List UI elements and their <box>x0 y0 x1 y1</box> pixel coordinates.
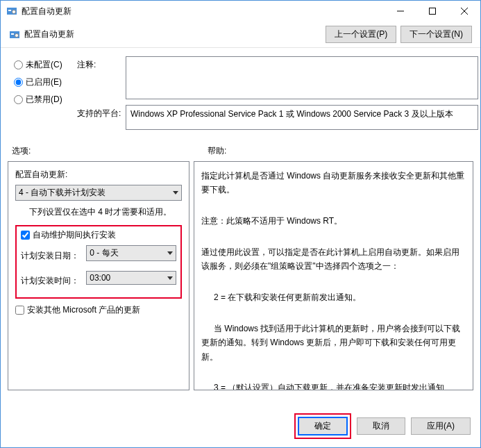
select-value: 0 - 每天 <box>90 247 118 259</box>
help-label: 帮助: <box>208 146 226 156</box>
help-text: 当 Windows 找到适用于此计算机的更新时，用户将会接到可以下载更新的通知。… <box>201 322 466 364</box>
svg-rect-4 <box>430 8 436 15</box>
chevron-down-icon <box>167 276 173 280</box>
help-text: 通过使用此设置，可以指定是否在此计算机上启用自动更新。如果启用该服务，则必须在"… <box>201 245 466 274</box>
window-title: 配置自动更新 <box>22 6 385 17</box>
checkbox-label: 自动维护期间执行安装 <box>33 229 116 241</box>
options-note: 下列设置仅在选中 4 时才需要和适用。 <box>29 206 182 218</box>
help-text: 2 = 在下载和安装任何更新前发出通知。 <box>201 290 466 304</box>
prev-setting-button[interactable]: 上一个设置(P) <box>326 26 396 43</box>
help-panel: 指定此计算机是否通过 Windows 自动更新服务来接收安全更新和其他重要下载。… <box>194 161 473 390</box>
other-ms-checkbox[interactable]: 安装其他 Microsoft 产品的更新 <box>15 304 182 316</box>
ok-button[interactable]: 确定 <box>298 417 348 435</box>
platform-label: 支持的平台: <box>77 108 121 118</box>
radio-disabled[interactable]: 已禁用(D) <box>12 94 77 106</box>
radio-enabled[interactable]: 已启用(E) <box>12 76 77 88</box>
radio-label: 未配置(C) <box>26 59 62 71</box>
cancel-button[interactable]: 取消 <box>357 417 405 435</box>
policy-title: 配置自动更新 <box>24 28 326 40</box>
help-text: 注意：此策略不适用于 Windows RT。 <box>201 214 466 228</box>
radio-label: 已禁用(D) <box>26 94 62 106</box>
svg-point-9 <box>15 33 19 37</box>
options-label: 选项: <box>12 146 31 156</box>
sched-time-select[interactable]: 03:00 <box>86 271 176 285</box>
chevron-down-icon <box>173 191 178 194</box>
select-value: 03:00 <box>90 273 110 283</box>
platform-text: Windows XP Professional Service Pack 1 或… <box>126 105 478 130</box>
checkbox-label: 安装其他 Microsoft 产品的更新 <box>27 304 140 316</box>
help-text: 指定此计算机是否通过 Windows 自动更新服务来接收安全更新和其他重要下载。 <box>201 169 466 197</box>
sched-time-label: 计划安装时间： <box>21 275 86 287</box>
svg-rect-1 <box>8 10 11 11</box>
svg-point-2 <box>12 10 16 14</box>
radio-label: 已启用(E) <box>26 76 62 88</box>
radio-not-configured[interactable]: 未配置(C) <box>12 59 77 71</box>
chevron-down-icon <box>167 251 173 255</box>
svg-rect-8 <box>11 33 14 35</box>
options-group-title: 配置自动更新: <box>15 169 182 181</box>
maintenance-install-checkbox[interactable]: 自动维护期间执行安装 <box>21 229 176 241</box>
ok-highlight: 确定 <box>294 413 351 439</box>
maximize-button[interactable] <box>416 1 448 22</box>
comment-textarea[interactable] <box>126 56 478 99</box>
update-mode-select[interactable]: 4 - 自动下载并计划安装 <box>15 185 182 201</box>
select-value: 4 - 自动下载并计划安装 <box>19 187 106 199</box>
sched-day-label: 计划安装日期： <box>21 250 86 262</box>
policy-icon <box>9 29 20 40</box>
sched-day-select[interactable]: 0 - 每天 <box>86 245 176 261</box>
help-text: 3 = （默认设置）自动下载更新，并在准备安装更新时发出通知 <box>201 381 466 390</box>
apply-button[interactable]: 应用(A) <box>411 417 471 435</box>
minimize-button[interactable] <box>385 1 416 22</box>
window-icon <box>6 6 17 17</box>
options-panel: 配置自动更新: 4 - 自动下载并计划安装 下列设置仅在选中 4 时才需要和适用… <box>8 161 189 390</box>
next-setting-button[interactable]: 下一个设置(N) <box>400 26 472 43</box>
close-button[interactable] <box>448 1 480 22</box>
comment-label: 注释: <box>77 60 96 69</box>
